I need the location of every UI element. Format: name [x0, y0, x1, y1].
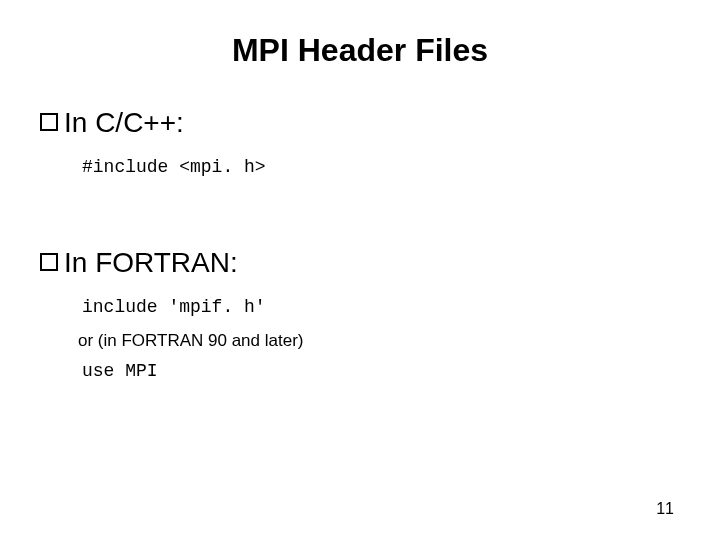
bullet-c: In C/C++:: [40, 107, 680, 139]
fortran-note: or (in FORTRAN 90 and later): [78, 331, 680, 351]
svg-rect-0: [41, 114, 57, 130]
slide-container: MPI Header Files In C/C++: #include <mpi…: [0, 0, 720, 540]
bullet-fortran: In FORTRAN:: [40, 247, 680, 279]
section-c: In C/C++: #include <mpi. h>: [40, 107, 680, 177]
square-bullet-icon: [40, 253, 58, 271]
code-c-include: #include <mpi. h>: [82, 157, 680, 177]
svg-rect-1: [41, 254, 57, 270]
section-fortran: In FORTRAN: include 'mpif. h' or (in FOR…: [40, 247, 680, 381]
bullet-fortran-heading: In FORTRAN:: [64, 247, 238, 279]
bullet-c-heading: In C/C++:: [64, 107, 184, 139]
slide-title: MPI Header Files: [40, 32, 680, 69]
code-fortran-use: use MPI: [82, 361, 680, 381]
square-bullet-icon: [40, 113, 58, 131]
page-number: 11: [656, 500, 674, 518]
code-fortran-include: include 'mpif. h': [82, 297, 680, 317]
